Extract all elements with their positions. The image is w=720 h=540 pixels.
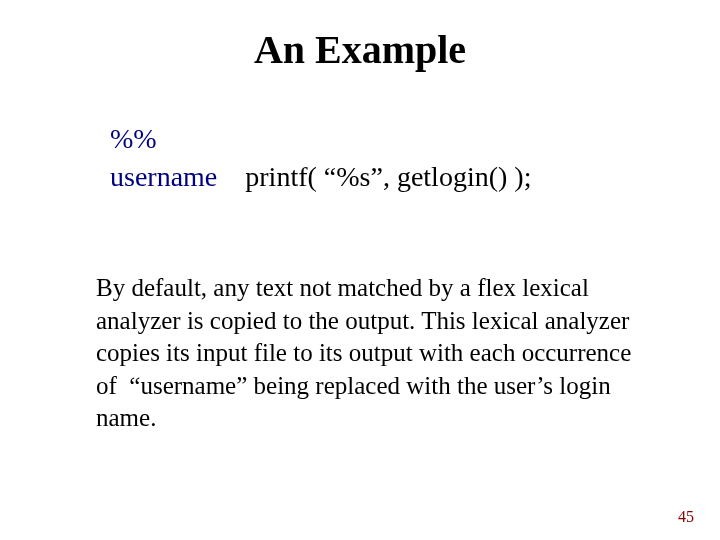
slide-title: An Example <box>0 26 720 73</box>
page-number: 45 <box>678 508 694 526</box>
code-token: username <box>110 161 217 192</box>
body-paragraph: By default, any text not matched by a fl… <box>96 272 636 435</box>
code-example: %% username printf( “%s”, getlogin() ); <box>110 120 531 196</box>
code-action: printf( “%s”, getlogin() ); <box>245 161 531 192</box>
code-rule-line: username printf( “%s”, getlogin() ); <box>110 158 531 196</box>
code-delimiter: %% <box>110 120 531 158</box>
slide: An Example %% username printf( “%s”, get… <box>0 0 720 540</box>
